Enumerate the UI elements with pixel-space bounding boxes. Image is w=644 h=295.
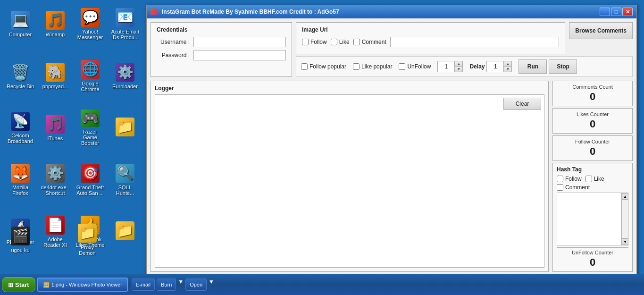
follow-popular-item: Follow popular xyxy=(301,63,346,70)
open-dropdown-icon: ▼ xyxy=(209,278,214,291)
unfollow-count-spinner: ▲ ▼ xyxy=(454,61,462,72)
like-popular-checkbox[interactable] xyxy=(353,63,360,70)
hashtag-textarea[interactable] xyxy=(557,193,621,245)
like-checkbox[interactable] xyxy=(331,39,337,45)
desktop-icon-razer[interactable]: 🎮 Razer Game Booster xyxy=(74,108,107,148)
proxy-demon-icon: 📁 xyxy=(78,224,97,243)
desktop-icon-folder2[interactable]: 📁 xyxy=(109,211,142,252)
delay-input-wrap: ▲ ▼ xyxy=(486,61,512,72)
firefox-icon: 🦊 xyxy=(11,164,30,183)
recycle-bin-icon: 🗑️ xyxy=(11,63,30,82)
hashtag-like-checkbox[interactable] xyxy=(585,176,592,182)
celcom-icon: 📡 xyxy=(11,112,30,131)
chrome-icon: 🌐 xyxy=(81,60,100,79)
hashtag-comment-checkbox[interactable] xyxy=(557,184,563,191)
photo-viewer-taskbar-item[interactable]: 🖼️ 1.png - Windows Photo Viewer xyxy=(37,278,128,292)
desktop-icon-de4dot[interactable]: ⚙️ de4dot.exe - Shortcut xyxy=(39,160,72,200)
unfollow-count-up[interactable]: ▲ xyxy=(455,61,462,67)
hashtag-checkboxes: Follow Like xyxy=(557,176,628,182)
desktop-icon-winamp[interactable]: 🎵 Winamp xyxy=(39,4,72,44)
delay-up[interactable]: ▲ xyxy=(504,61,511,67)
comments-count-label: Comments Count xyxy=(557,84,628,90)
stop-button[interactable]: Stop xyxy=(549,59,577,74)
username-input[interactable] xyxy=(193,37,286,47)
windows-logo-icon: ⊞ xyxy=(8,281,13,288)
follow-popular-checkbox[interactable] xyxy=(301,63,308,70)
unfollow-count-input[interactable] xyxy=(438,61,454,72)
follow-checkbox-item: Follow xyxy=(302,39,327,45)
desktop-icon-yahoo[interactable]: 💬 Yahoo! Messenger xyxy=(74,4,107,44)
logger-body: Clear xyxy=(155,94,544,268)
email-button[interactable]: E-mail xyxy=(132,278,155,291)
hashtag-follow-label: Follow xyxy=(565,176,582,182)
follow-checkbox[interactable] xyxy=(302,39,309,45)
hashtag-follow-checkbox[interactable] xyxy=(557,176,563,182)
desktop-icon-computer[interactable]: 💻 Computer xyxy=(4,4,37,44)
hashtag-like-label: Like xyxy=(594,176,604,182)
desktop-icon-recycle-bin[interactable]: 🗑️ Recycle Bin xyxy=(4,56,37,96)
euroloader-icon: ⚙️ xyxy=(116,63,134,82)
open-button[interactable]: Open xyxy=(185,278,207,291)
close-button[interactable]: ✕ xyxy=(622,8,633,16)
desktop-icon-euroloader[interactable]: ⚙️ Euroloader xyxy=(109,56,142,96)
gta-icon: 🎯 xyxy=(81,164,100,183)
credentials-panel: Credentials Username : Password : xyxy=(151,22,292,77)
delay-down[interactable]: ▼ xyxy=(504,67,511,72)
desktop-icon-celcom[interactable]: 📡 Celcom Broadband xyxy=(4,108,37,148)
likes-counter-value: 0 xyxy=(557,118,628,130)
scroll-up-button[interactable]: ▲ xyxy=(622,193,628,200)
burn-button[interactable]: Burn xyxy=(157,278,176,291)
desktop-icon-acute-email[interactable]: 📧 Acute Email IDs Produ... xyxy=(109,4,142,44)
maximize-button[interactable]: □ xyxy=(611,8,621,16)
follow-popular-label: Follow popular xyxy=(309,63,346,70)
burn-dropdown-icon: ▼ xyxy=(178,278,184,291)
yahoo-icon: 💬 xyxy=(81,8,100,27)
desktop-icon-proxy-demon[interactable]: 📁 Proxy Demon xyxy=(71,219,104,260)
image-url-title: Image Url xyxy=(302,26,559,33)
desktop-icon-sqli[interactable]: 🔍 SQLI-Hunte... xyxy=(109,160,142,200)
comment-text-input[interactable] xyxy=(390,37,560,47)
desktop-icon-ugou[interactable]: 🎬 ugou ku xyxy=(4,219,37,260)
like-popular-label: Like popular xyxy=(361,63,392,70)
minimize-button[interactable]: ─ xyxy=(600,8,610,16)
desktop-icon-phpmy[interactable]: 🐘 phpmyad... xyxy=(39,56,72,96)
email-icon: 📧 xyxy=(116,8,134,27)
itunes-icon: 🎵 xyxy=(46,115,65,134)
delay-spinner: ▲ ▼ xyxy=(503,61,511,72)
unfollow-counter-label: UnFollow Counter xyxy=(557,250,628,255)
taskbar-actions: E-mail Burn ▼ Open ▼ xyxy=(132,278,214,291)
browse-comments-button[interactable]: Browse Comments xyxy=(569,22,633,39)
comment-checkbox-item: Comment xyxy=(353,39,386,45)
hashtag-comment-item: Comment xyxy=(557,184,628,191)
follow-label: Follow xyxy=(310,39,327,45)
logger-panel: Logger Clear xyxy=(151,81,549,272)
window-title: InstaGram Bot ReMade By Syahmie BBHF.com… xyxy=(162,8,339,15)
delay-label: Delay xyxy=(469,63,485,70)
username-label: Username : xyxy=(157,39,190,45)
comment-checkbox[interactable] xyxy=(353,39,360,45)
likes-counter-section: Likes Counter 0 xyxy=(552,108,633,134)
follow-counter-value: 0 xyxy=(557,145,628,158)
run-button[interactable]: Run xyxy=(519,59,547,74)
delay-input[interactable] xyxy=(487,61,503,72)
unfollow-checkbox[interactable] xyxy=(399,63,405,70)
unfollow-label: UnFollow xyxy=(407,63,431,70)
scroll-down-button[interactable]: ▼ xyxy=(622,238,628,245)
unfollow-count-down[interactable]: ▼ xyxy=(455,67,462,72)
desktop-icon-chrome[interactable]: 🌐 Google Chrome xyxy=(74,56,107,96)
desktop-icon-gta[interactable]: 🎯 Grand Theft Auto San ... xyxy=(74,160,107,200)
winamp-icon: 🎵 xyxy=(46,11,65,30)
sqli-icon: 🔍 xyxy=(116,164,134,183)
start-button[interactable]: ⊞ Start xyxy=(2,277,35,292)
clear-button[interactable]: Clear xyxy=(503,98,541,110)
hashtag-like-item: Like xyxy=(585,176,604,182)
password-row: Password : xyxy=(157,50,286,60)
password-input[interactable] xyxy=(193,50,286,60)
follow-counter-section: Follow Counter 0 xyxy=(552,135,633,161)
desktop-icon-firefox[interactable]: 🦊 Mozilla Firefox xyxy=(4,160,37,200)
username-row: Username : xyxy=(157,37,286,47)
razer-icon: 🎮 xyxy=(81,110,100,127)
desktop-icon-folder1[interactable]: 📁 xyxy=(109,108,142,148)
comment-label: Comment xyxy=(362,39,386,45)
desktop-icon-itunes[interactable]: 🎵 iTunes xyxy=(39,108,72,148)
